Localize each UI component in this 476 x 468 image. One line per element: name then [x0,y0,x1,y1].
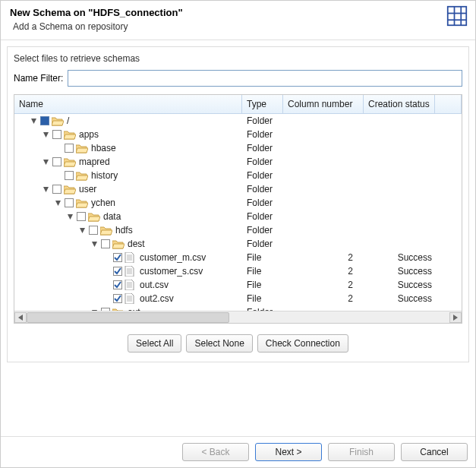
checkbox-icon[interactable] [65,171,74,180]
expander-open-icon[interactable] [30,117,37,125]
folder-open-icon [52,115,64,126]
checkbox-icon[interactable] [113,294,122,303]
group-title: Select files to retrieve schemas [14,53,462,64]
name-filter-input[interactable] [68,70,462,87]
scroll-left-button[interactable] [14,312,27,323]
horizontal-scrollbar[interactable] [14,311,462,323]
expander-open-icon[interactable] [66,213,74,220]
select-none-button[interactable]: Select None [186,334,252,353]
type-cell: Folder [242,211,283,222]
expander-placeholder [102,295,110,302]
table-row[interactable]: hbaseFolder [14,141,462,155]
type-cell: Folder [242,157,283,167]
checkbox-icon[interactable] [89,226,98,235]
folder-open-icon [76,143,88,153]
indent [19,271,102,272]
checkbox-icon[interactable] [113,280,122,289]
name-cell: data [14,210,242,223]
svg-marker-45 [453,315,458,321]
expander-open-icon[interactable] [42,131,49,138]
column-header-column-number[interactable]: Column number [283,95,364,113]
checkbox-icon[interactable] [101,239,110,248]
select-all-button[interactable]: Select All [128,334,181,353]
column-number-cell: 2 [283,252,364,263]
name-cell: user [14,182,242,196]
tree-table: Name Type Column number Creation status … [14,94,462,324]
table-header: Name Type Column number Creation status [14,95,462,114]
wizard-header: New Schema on "HDFS_connection" Add a Sc… [1,1,475,40]
svg-marker-18 [80,228,85,233]
checkbox-icon[interactable] [52,157,61,166]
file-icon [125,280,137,290]
row-label: apps [79,129,99,140]
table-row[interactable]: dataFolder [14,210,462,223]
table-row[interactable]: historyFolder [14,169,462,182]
expander-open-icon[interactable] [78,226,86,234]
finish-button[interactable]: Finish [328,443,395,461]
checkbox-icon[interactable] [65,198,74,207]
svg-rect-8 [65,144,74,153]
checkbox-icon[interactable] [77,212,86,221]
schema-group: Select files to retrieve schemas Name Fi… [7,46,469,362]
table-row[interactable]: hdfsFolder [14,223,462,237]
expander-open-icon[interactable] [54,199,61,207]
creation-status-cell: Success [364,266,435,277]
type-cell: Folder [242,170,283,181]
column-number-cell: 2 [283,293,364,304]
back-button[interactable]: < Back [182,443,249,461]
file-icon [125,266,137,277]
type-cell: Folder [242,143,283,153]
indent [19,299,102,299]
row-label: dest [128,239,145,249]
folder-open-icon [100,225,112,236]
svg-rect-15 [65,199,74,207]
indent [19,258,102,258]
column-number-cell: 2 [283,280,364,290]
scroll-thumb[interactable] [27,312,229,323]
checkbox-icon[interactable] [65,144,74,153]
folder-open-icon [76,170,88,181]
table-row[interactable]: customer_s.csvFile2Success [14,264,462,278]
expander-placeholder [54,144,61,152]
scroll-track[interactable] [27,312,449,323]
file-icon [125,252,137,263]
check-connection-button[interactable]: Check Connection [257,334,348,353]
checkbox-icon[interactable] [113,253,122,262]
creation-status-cell: Success [364,293,435,304]
svg-marker-9 [43,160,49,165]
expander-open-icon[interactable] [42,158,49,166]
name-cell: out [14,305,242,311]
table-row[interactable]: /Folder [14,114,462,128]
svg-marker-44 [18,315,23,321]
type-cell: Folder [242,129,283,140]
table-row[interactable]: out.csvFile2Success [14,278,462,292]
expander-open-icon[interactable] [42,185,49,193]
table-row[interactable]: destFolder [14,237,462,251]
indent [19,217,66,217]
column-header-creation-status[interactable]: Creation status [364,95,435,113]
row-label: user [79,184,96,194]
table-row[interactable]: customer_m.csvFile2Success [14,251,462,264]
cancel-button[interactable]: Cancel [401,443,468,461]
table-row[interactable]: appsFolder [14,128,462,141]
column-header-name[interactable]: Name [14,95,242,113]
page-title: New Schema on "HDFS_connection" [10,7,466,18]
next-button[interactable]: Next > [255,443,322,461]
expander-open-icon[interactable] [90,240,98,248]
table-row[interactable]: mapredFolder [14,155,462,169]
checkbox-indeterminate-icon[interactable] [40,116,49,125]
column-header-type[interactable]: Type [242,95,283,113]
table-row[interactable]: outFolder [14,305,462,311]
svg-marker-6 [43,132,49,138]
indent [19,121,30,122]
scroll-right-button[interactable] [449,312,462,323]
svg-rect-13 [53,185,61,194]
row-label: mapred [79,157,110,167]
table-row[interactable]: out2.csvFile2Success [14,292,462,305]
checkbox-icon[interactable] [52,130,61,139]
table-row[interactable]: userFolder [14,182,462,196]
schema-banner-icon [446,5,468,29]
checkbox-icon[interactable] [113,267,122,276]
table-row[interactable]: ychenFolder [14,196,462,210]
checkbox-icon[interactable] [52,185,61,194]
